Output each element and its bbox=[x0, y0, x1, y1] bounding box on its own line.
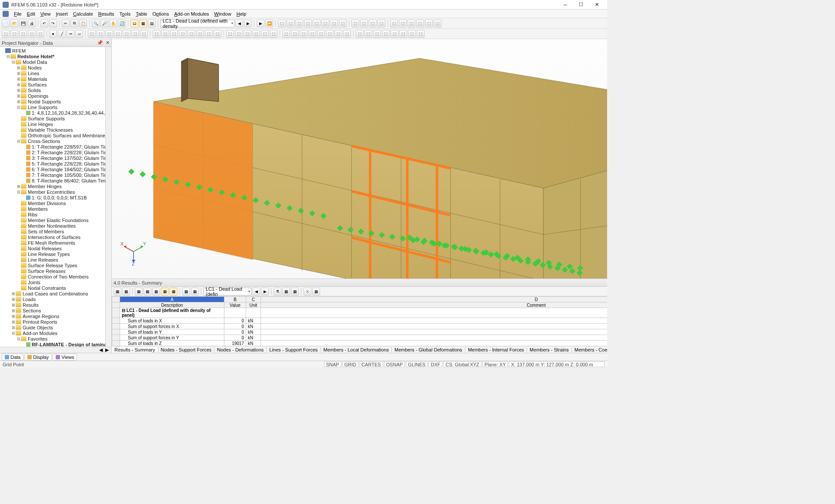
tree-row[interactable]: ⊟Cross-Sections bbox=[0, 138, 105, 144]
tb2-20[interactable]: ⬚ bbox=[214, 30, 221, 38]
nav-tab-views[interactable]: Views bbox=[53, 354, 77, 361]
tree-row[interactable]: ⊞Member Hinges bbox=[0, 183, 105, 189]
tree-row[interactable]: ⊞Materials bbox=[0, 76, 105, 82]
rtb-6[interactable]: ▦ bbox=[161, 288, 169, 295]
tb2-30[interactable]: ⬚ bbox=[308, 30, 316, 38]
tree-row[interactable]: ⊞Load Cases and Combinations bbox=[0, 291, 105, 296]
results-tab[interactable]: Members - Internal Forces bbox=[465, 347, 527, 352]
menu-addons[interactable]: Add-on Modules bbox=[171, 10, 211, 17]
tree-row[interactable]: ⊟Model Data bbox=[0, 59, 105, 65]
loadcase-dropdown[interactable]: LC1 - Dead Load (defined with density bbox=[160, 20, 234, 27]
tree-row[interactable]: Connection of Two Members bbox=[0, 274, 105, 279]
menu-file[interactable]: File bbox=[11, 10, 24, 17]
tree-row[interactable]: 1: T-Rectangle 228/597; Glulam Timber GL… bbox=[0, 144, 105, 149]
tb2-18[interactable]: ⬚ bbox=[196, 30, 204, 38]
tb-r11[interactable]: ⬚ bbox=[369, 20, 377, 27]
menu-tools[interactable]: Tools bbox=[117, 10, 133, 17]
rtb-filter[interactable]: ⚗ bbox=[274, 288, 281, 295]
results-tab[interactable]: Members - Strains bbox=[527, 347, 572, 352]
3d-viewport[interactable]: X Y Z bbox=[112, 39, 607, 279]
menu-window[interactable]: Window bbox=[212, 10, 234, 17]
tb-next-lc[interactable]: ▶ bbox=[244, 20, 252, 27]
tb2-21[interactable]: ⬚ bbox=[226, 30, 234, 38]
results-tab[interactable]: Members - Local Deformations bbox=[321, 347, 392, 352]
tree-row[interactable]: Nodal Releases bbox=[0, 245, 105, 251]
tb2-surface[interactable]: ▱ bbox=[75, 30, 83, 38]
status-toggle[interactable]: DXF bbox=[428, 361, 442, 367]
tree-row[interactable]: ⊞Nodes bbox=[0, 65, 105, 70]
tb2-6[interactable]: ⬚ bbox=[88, 30, 96, 38]
tb2-32[interactable]: ⬚ bbox=[326, 30, 334, 38]
tb2-31[interactable]: ⬚ bbox=[317, 30, 325, 38]
nav-tab-data[interactable]: Data bbox=[2, 354, 23, 361]
tb-rotate[interactable]: 🔄 bbox=[118, 20, 126, 27]
tree-row[interactable]: ⊞Solids bbox=[0, 87, 105, 93]
tb2-5[interactable]: ⬚ bbox=[37, 30, 44, 38]
tree-row[interactable]: Ribs bbox=[0, 212, 105, 217]
tree-row[interactable]: ⊞Sections bbox=[0, 308, 105, 313]
panel-close-icon[interactable]: ✕ bbox=[106, 40, 110, 46]
tree-row[interactable]: Orthotropic Surfaces and Membranes bbox=[0, 133, 105, 138]
tb-r1[interactable]: ⬚ bbox=[278, 20, 286, 27]
rtb-11[interactable]: ▦ bbox=[291, 288, 299, 295]
rtb-10[interactable]: ▦ bbox=[282, 288, 290, 295]
tb2-22[interactable]: ⬚ bbox=[235, 30, 243, 38]
tb-open[interactable]: 📂 bbox=[10, 20, 18, 27]
tb2-15[interactable]: ⬚ bbox=[170, 30, 178, 38]
scrollbar-v[interactable] bbox=[105, 47, 111, 347]
tb-save[interactable]: 💾 bbox=[19, 20, 27, 27]
tb-table[interactable]: ▦ bbox=[139, 20, 147, 27]
tb2-line[interactable]: ╱ bbox=[58, 30, 66, 38]
tb2-11[interactable]: ⬚ bbox=[131, 30, 139, 38]
tree-row[interactable]: Surface Release Types bbox=[0, 262, 105, 268]
tb2-14[interactable]: ⬚ bbox=[161, 30, 169, 38]
tb2-4[interactable]: ⬚ bbox=[28, 30, 36, 38]
tb2-42[interactable]: ⬚ bbox=[417, 30, 424, 38]
tb-prev-lc[interactable]: ◀ bbox=[235, 20, 243, 27]
menu-edit[interactable]: Edit bbox=[24, 10, 38, 17]
tb-r4[interactable]: ⬚ bbox=[304, 20, 312, 27]
tb2-34[interactable]: ⬚ bbox=[343, 30, 351, 38]
results-table[interactable]: A B C D Description Value Unit Comment bbox=[112, 296, 607, 346]
tb-r10[interactable]: ⬚ bbox=[360, 20, 368, 27]
table-row[interactable]: Sum of support forces in Y0kN bbox=[112, 335, 608, 341]
tb2-3[interactable]: ⬚ bbox=[19, 30, 27, 38]
tb2-23[interactable]: ⬚ bbox=[244, 30, 251, 38]
tb-r16[interactable]: ⬚ bbox=[416, 20, 424, 27]
rtb-2[interactable]: ▦ bbox=[122, 288, 130, 295]
tb-r13[interactable]: ⬚ bbox=[390, 20, 398, 27]
results-lc-dropdown[interactable]: LC1 - Dead Load (defin bbox=[204, 288, 251, 295]
tb-calc-all[interactable]: ⏩ bbox=[265, 20, 273, 27]
results-tab[interactable]: Members - Coefficients for Buckling bbox=[572, 347, 607, 352]
tb-r12[interactable]: ⬚ bbox=[377, 20, 385, 27]
tb-r2[interactable]: ⬚ bbox=[287, 20, 294, 27]
tb2-17[interactable]: ⬚ bbox=[187, 30, 195, 38]
table-row[interactable]: Sum of loads in X0kN bbox=[112, 318, 608, 324]
rtb-1[interactable]: ▦ bbox=[114, 288, 121, 295]
tree-row[interactable]: Joints bbox=[0, 279, 105, 285]
tree-row[interactable]: 8: T-Rectangle 86/402; Glulam Timber GL3… bbox=[0, 178, 105, 183]
tree-row[interactable]: Line Release Types bbox=[0, 251, 105, 257]
tree-row[interactable]: 5: T-Rectangle 228/228; Glulam Timber GL… bbox=[0, 161, 105, 166]
tb-r18[interactable]: ⬚ bbox=[434, 20, 441, 27]
table-row[interactable]: Sum of loads in Y0kN bbox=[112, 329, 608, 335]
tree-row[interactable]: RF-LAMINATE - Design of laminate surfac bbox=[0, 342, 105, 347]
minimize-button[interactable]: ─ bbox=[558, 0, 573, 10]
tree-row[interactable]: Surface Releases bbox=[0, 268, 105, 274]
tree-row[interactable]: ⊞Nodal Supports bbox=[0, 99, 105, 104]
tree-row[interactable]: ⊞Loads bbox=[0, 296, 105, 302]
tb-paste[interactable]: 📋 bbox=[79, 20, 87, 27]
results-tab[interactable]: Lines - Support Forces bbox=[267, 347, 321, 352]
tree-row[interactable]: FE Mesh Refinements bbox=[0, 240, 105, 245]
tb2-29[interactable]: ⬚ bbox=[300, 30, 307, 38]
tb2-26[interactable]: ⬚ bbox=[270, 30, 277, 38]
tb-undo[interactable]: ↶ bbox=[40, 20, 48, 27]
tb-print[interactable]: 🖨 bbox=[28, 20, 36, 27]
tb2-1[interactable]: ⬚ bbox=[2, 30, 10, 38]
tb2-2[interactable]: ⬚ bbox=[10, 30, 18, 38]
tb-cut[interactable]: ✂ bbox=[62, 20, 70, 27]
tb2-41[interactable]: ⬚ bbox=[408, 30, 416, 38]
results-tab[interactable]: Results - Summary bbox=[112, 347, 158, 352]
tb-panel[interactable]: ▤ bbox=[148, 20, 156, 27]
menu-options[interactable]: Options bbox=[150, 10, 171, 17]
